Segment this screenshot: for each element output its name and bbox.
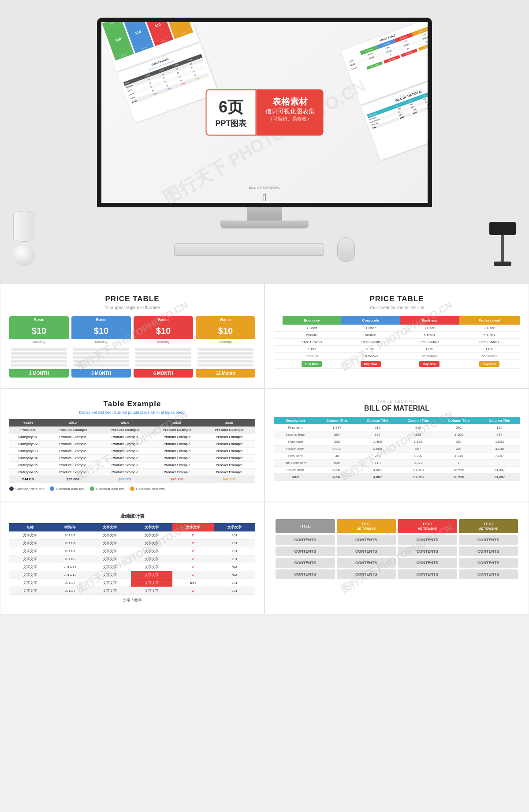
- pth-corporate: Corporate: [341, 316, 400, 325]
- cylinder-decor: [13, 211, 35, 242]
- cell-text-red: TEXTAD TOWENS: [398, 519, 457, 533]
- table-row-sales: SALES $25,000 $30,000 $40,736 $40,000: [9, 476, 255, 483]
- table-row: Second Item2541973381,100687: [274, 431, 520, 438]
- bom-col-2: Column Title: [357, 417, 398, 424]
- price-col-4-period: Monthly: [196, 339, 255, 345]
- bom-col-1: Column Title: [317, 417, 357, 424]
- feature-line: [197, 352, 253, 355]
- table-legend: Calendar data one Calendar data two Cale…: [9, 486, 255, 491]
- table-row: 500MB500MB500MB500MB: [274, 332, 520, 339]
- feature-line: [197, 348, 253, 351]
- legend-item-1: Calendar data one: [9, 486, 45, 491]
- cell-contents: CONTENTS: [276, 535, 335, 545]
- table-row: 1 Server10 Server20 Server50 Server: [274, 353, 520, 360]
- feature-line: [197, 364, 253, 367]
- col-2013: 2013: [47, 419, 99, 427]
- table-row: Category 06Product ExampleProduct Exampl…: [9, 469, 255, 476]
- price-col-4-month: 12 Month: [196, 369, 255, 378]
- feature-line: [135, 348, 191, 351]
- feature-line: [135, 360, 191, 363]
- cn-table-footer: 文字 / 数字: [9, 598, 255, 603]
- col-year: YEAR: [9, 419, 47, 427]
- keyboard-mouse-area: [97, 237, 432, 262]
- feature-line: [197, 360, 253, 363]
- content-grid: 图行天下 PHOTOPHOTO.CN PRICE TABLE Your grea…: [0, 284, 529, 614]
- title-contents-header: TITLE TEXTAD TOWENS TEXTAD TOWENS TEXTAD…: [276, 519, 518, 533]
- table-row: Fourth Item5,9032,6088872073,108: [274, 445, 520, 453]
- cn-table-title: 业绩统计表: [9, 513, 255, 520]
- lamp-body: [501, 235, 504, 262]
- legend-dot-4: [130, 486, 134, 491]
- badge-main-title: 表格素材: [265, 96, 315, 108]
- table-example-data: YEAR 2013 2014 2015 2016 ProductsProduct…: [9, 419, 255, 483]
- price-table-right-subtitle: Your great tagline in this line: [274, 305, 520, 310]
- buy-btn-corporate[interactable]: Buy Now: [361, 361, 381, 367]
- col-2015: 2015: [151, 419, 203, 427]
- lamp-base: [494, 262, 511, 266]
- price-col-2-header: Basic: [71, 316, 131, 323]
- badge-note: （可编辑、易修改）: [265, 116, 315, 122]
- price-col-3-features: [134, 345, 193, 369]
- cn-data-table: 名称 时间/年 文字文字 文字文字 文字文字 文字文字 文字文字2013/7文字…: [9, 523, 255, 595]
- cell-contents: CONTENTS: [337, 558, 396, 568]
- table-header-row: YEAR 2013 2014 2015 2016: [9, 419, 255, 427]
- table-row: Category 05Product ExampleProduct Exampl…: [9, 462, 255, 469]
- hero-section: 图行天下 PHOTOPHOTO.CN PRICE TABLE Basic $1: [0, 0, 529, 284]
- table-example-subtitle: Donec vel nisl nec risus vul putate plac…: [9, 410, 255, 415]
- badge-right: 表格素材 信息可视化图表集 （可编辑、易修改）: [257, 90, 324, 136]
- price-table-horizontal: Economy Corporate Business Professional …: [274, 316, 520, 369]
- buy-now-row: Buy Now Buy Now Buy Now Buy Now: [274, 360, 520, 369]
- cell-title: TITLE: [276, 519, 335, 533]
- legend-item-3: Calendar data two: [90, 486, 125, 491]
- monitor-stand-base: [220, 221, 309, 228]
- panel-table-example: 图行天下 PHOTOPHOTO.CN Table Example Donec v…: [0, 389, 264, 502]
- monitor: PRICE TABLE Basic $10 1 MONTH Basic $10 …: [97, 18, 432, 262]
- bom-col-description: Description: [274, 417, 317, 424]
- buy-btn-business[interactable]: Buy Now: [419, 361, 440, 367]
- table-row: Category 01Product ExampleProduct Exampl…: [9, 434, 255, 441]
- mouse: [337, 237, 355, 262]
- cell-contents: CONTENTS: [337, 546, 396, 556]
- bom-col-5: Column Title: [479, 417, 520, 424]
- col-2014: 2014: [99, 419, 151, 427]
- price-table-right-title: PRICE TABLE: [274, 295, 520, 303]
- buy-btn-professional[interactable]: Buy Now: [479, 361, 499, 367]
- price-col-3-amount: $10: [134, 323, 193, 339]
- legend-label-3: Calendar data two: [96, 487, 125, 491]
- cell-contents: CONTENTS: [459, 535, 518, 545]
- price-col-1: Basic $10 Monthly 1 MONTH: [9, 316, 69, 378]
- table-row: Category 04Product ExampleProduct Exampl…: [9, 455, 255, 462]
- feature-line: [73, 356, 129, 359]
- legend-dot-3: [90, 486, 94, 491]
- sphere-decor: [13, 244, 35, 266]
- table-row: Category 03Product ExampleProduct Exampl…: [9, 448, 255, 455]
- feature-line: [135, 356, 191, 359]
- table-example-title: Table Example: [9, 400, 255, 408]
- bom-section-label: TABLE SECTION: [274, 400, 520, 404]
- legend-label-1: Calendar data one: [15, 487, 45, 491]
- table-row: Third Item3001,4001,1583871,003: [274, 438, 520, 445]
- cell-text-orange: TEXTAD TOWENS: [337, 519, 396, 533]
- cell-contents: CONTENTS: [398, 558, 457, 568]
- table-row: 文字文字2013/7文字文字文字文字No↑201: [9, 579, 255, 587]
- bom-col-4: Column Title: [439, 417, 479, 424]
- cell-contents: CONTENTS: [337, 535, 396, 545]
- buy-btn-economy[interactable]: Buy Now: [302, 361, 322, 367]
- pth-business: Business: [400, 316, 458, 325]
- price-col-4-header: Basic: [196, 316, 255, 323]
- table-row: 文字文字2012/12文字文字文字文字ZN/A: [9, 571, 255, 579]
- cn-col-text1: 文字文字: [89, 523, 130, 531]
- cell-contents: CONTENTS: [398, 535, 457, 545]
- legend-label-2: Calendar data two: [56, 487, 85, 491]
- cell-text-olive: TEXTAD TOWENS: [459, 519, 518, 533]
- feature-line: [135, 364, 191, 367]
- feature-line: [197, 356, 253, 359]
- panel-price-table-right: 图行天下 PHOTOPHOTO.CN PRICE TABLE Your grea…: [264, 284, 529, 389]
- table-row: ProductsProduct ExampleProduct ExamplePr…: [9, 427, 255, 434]
- table-row: Fifth Item382484,3874,0187,157: [274, 453, 520, 460]
- apple-logo-icon: : [263, 191, 267, 204]
- table-row: CONTENTS CONTENTS CONTENTS CONTENTS: [276, 569, 518, 579]
- cell-contents: CONTENTS: [398, 569, 457, 579]
- monitor-stand-neck: [247, 207, 282, 221]
- table-row: 文字文字2012/11文字文字文字文字ZN/A: [9, 563, 255, 571]
